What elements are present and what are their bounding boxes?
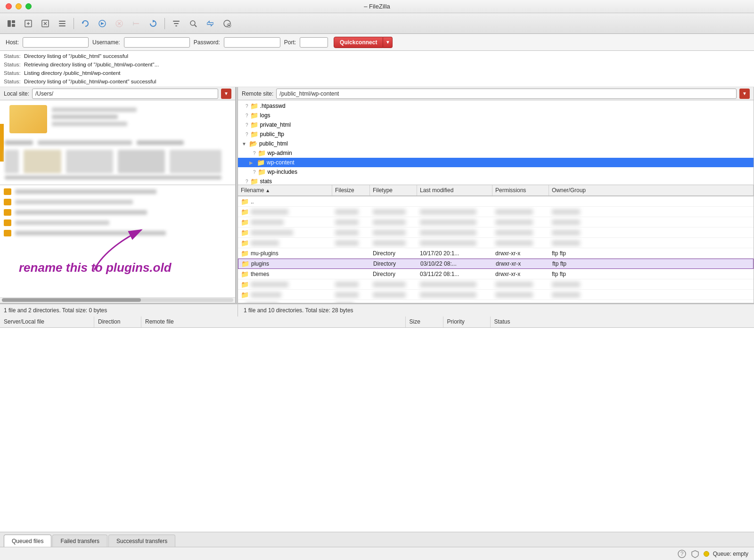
col-permissions[interactable]: Permissions xyxy=(492,185,549,195)
tree-item-label: stats xyxy=(260,178,272,185)
close-button[interactable] xyxy=(6,3,12,9)
bottom-tabs: Queued files Failed transfers Successful… xyxy=(0,532,754,547)
status-indicator xyxy=(704,551,709,557)
tree-item-private-html[interactable]: ? 📁 private_html xyxy=(238,120,754,130)
svg-rect-11 xyxy=(59,25,66,26)
close-tab-button[interactable] xyxy=(38,16,53,31)
local-dropdown-button[interactable]: ▼ xyxy=(221,89,231,99)
folder-icon: 📁 xyxy=(250,121,258,129)
col-filesize[interactable]: Filesize xyxy=(332,185,370,195)
col-filename[interactable]: Filename ▲ xyxy=(238,185,332,195)
folder-icon: 📁 xyxy=(241,250,249,257)
status-line-4: Status: Directory listing of "/public_ht… xyxy=(4,77,750,86)
tree-item-label: public_ftp xyxy=(260,131,284,138)
info-bar-local: 1 file and 2 directories. Total size: 0 … xyxy=(0,304,238,317)
app-window: – FileZilla xyxy=(0,0,754,560)
tree-item-wp-content[interactable]: ▶ 📁 wp-content xyxy=(238,158,754,167)
sync-button[interactable] xyxy=(203,16,218,31)
info-bars: 1 file and 2 directories. Total size: 0 … xyxy=(0,303,754,317)
host-input[interactable] xyxy=(23,37,89,48)
question-icon: ? xyxy=(246,122,248,128)
tab-successful-transfers[interactable]: Successful transfers xyxy=(108,535,175,547)
remote-file-list[interactable]: Filename ▲ Filesize Filetype Last modifi… xyxy=(238,185,754,303)
question-icon: ? xyxy=(246,132,248,137)
username-input[interactable] xyxy=(124,37,190,48)
tab-failed-transfers[interactable]: Failed transfers xyxy=(52,535,107,547)
file-row-mu-plugins[interactable]: 📁 mu-plugins Directory 10/17/20 20:1... … xyxy=(238,248,754,259)
search-remote-button[interactable] xyxy=(186,16,201,31)
tab-queued-files[interactable]: Queued files xyxy=(4,535,51,547)
file-row-plugins[interactable]: 📁 plugins Directory 03/10/22 08:... drwx… xyxy=(238,259,754,269)
local-site-label: Local site: xyxy=(4,90,29,97)
queue-col-direction: Direction xyxy=(94,317,141,327)
maximize-button[interactable] xyxy=(25,3,32,9)
tree-item-stats[interactable]: ? 📁 stats xyxy=(238,177,754,185)
queue-header: Server/Local file Direction Remote file … xyxy=(0,317,754,328)
disconnect-button[interactable] xyxy=(129,16,144,31)
file-row-blurred-2[interactable]: 📁 xyxy=(238,217,754,227)
filter-button[interactable] xyxy=(169,16,184,31)
new-tab-button[interactable] xyxy=(21,16,36,31)
username-label: Username: xyxy=(92,39,120,46)
site-manager-button[interactable] xyxy=(4,16,19,31)
tree-item-label: logs xyxy=(260,112,270,119)
title-bar: – FileZilla xyxy=(0,0,754,13)
local-panel: Local site: ▼ xyxy=(0,87,236,303)
question-icon: ? xyxy=(246,113,248,118)
col-modified[interactable]: Last modified xyxy=(417,185,492,195)
col-owner[interactable]: Owner/Group xyxy=(549,185,754,195)
svg-rect-20 xyxy=(174,23,179,24)
process-queue-button[interactable] xyxy=(95,16,110,31)
folder-icon: 📁 xyxy=(241,229,249,236)
folder-icon: 📁 xyxy=(250,178,258,185)
rename-annotation: rename this to plugins.old xyxy=(19,260,172,275)
bookmarks-button[interactable] xyxy=(220,16,235,31)
file-row-blurred-6[interactable]: 📁 xyxy=(238,290,754,300)
file-row-blurred-7[interactable]: ● xyxy=(238,300,754,303)
file-row-blurred-4[interactable]: 📁 xyxy=(238,238,754,248)
question-icon: ? xyxy=(253,170,256,175)
svg-point-22 xyxy=(190,21,195,25)
toolbar-sep-1 xyxy=(74,18,74,29)
main-panels: Local site: ▼ xyxy=(0,87,754,303)
tree-item-logs[interactable]: ? 📁 logs xyxy=(238,111,754,120)
file-row-parent[interactable]: 📁 .. xyxy=(238,196,754,207)
folder-open-icon: 📂 xyxy=(249,140,257,147)
minimize-button[interactable] xyxy=(16,3,22,9)
tree-item-public-ftp[interactable]: ? 📁 public_ftp xyxy=(238,130,754,139)
quickconnect-dropdown[interactable]: ▼ xyxy=(383,37,393,48)
queue-content xyxy=(0,328,754,532)
file-row-blurred-1[interactable]: 📁 xyxy=(238,207,754,217)
reconnect-button[interactable] xyxy=(146,16,161,31)
question-icon: ? xyxy=(253,151,256,156)
shield-icon xyxy=(690,549,700,559)
stop-button[interactable] xyxy=(112,16,127,31)
file-row-blurred-3[interactable]: 📁 xyxy=(238,227,754,238)
help-icon: ? xyxy=(677,549,687,559)
tree-item-wp-includes[interactable]: ? 📁 wp-includes xyxy=(238,167,754,177)
folder-icon: 📁 xyxy=(250,112,258,119)
folder-icon: 📁 xyxy=(241,270,249,278)
tree-item-label: wp-content xyxy=(267,159,295,166)
local-path-input[interactable] xyxy=(32,89,218,99)
remote-dropdown-button[interactable]: ▼ xyxy=(739,89,750,99)
window-title: – FileZilla xyxy=(364,3,390,10)
refresh-button[interactable] xyxy=(78,16,93,31)
remote-tree[interactable]: ? 📁 .htpasswd ? 📁 logs ? 📁 private_html xyxy=(238,100,754,185)
quickconnect-button[interactable]: Quickconnect xyxy=(334,37,383,48)
file-row-blurred-5[interactable]: 📁 xyxy=(238,279,754,290)
port-input[interactable] xyxy=(300,37,328,48)
col-filetype[interactable]: Filetype xyxy=(370,185,417,195)
file-row-themes[interactable]: 📁 themes Directory 03/11/22 08:1... drwx… xyxy=(238,269,754,279)
tree-item-htpasswd[interactable]: ? 📁 .htpasswd xyxy=(238,101,754,111)
toggle-log-button[interactable] xyxy=(55,16,70,31)
status-line-2: Status: Retrieving directory listing of … xyxy=(4,60,750,69)
queue-col-server: Server/Local file xyxy=(0,317,94,327)
tree-item-wp-admin[interactable]: ? 📁 wp-admin xyxy=(238,148,754,158)
remote-site-label: Remote site: xyxy=(242,90,273,97)
remote-path-input[interactable] xyxy=(276,89,737,99)
password-input[interactable] xyxy=(224,37,280,48)
queue-col-status: Status xyxy=(491,317,754,327)
tree-item-public-html[interactable]: ▼ 📂 public_html xyxy=(238,139,754,148)
file-icon: ● xyxy=(241,302,244,303)
